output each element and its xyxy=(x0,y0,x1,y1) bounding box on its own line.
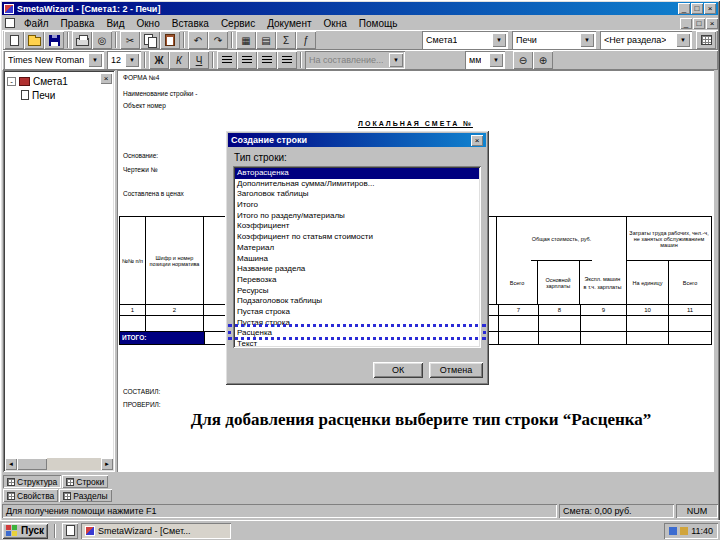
font-combobox-arrow chevron-down-icon[interactable]: ▼ xyxy=(88,53,102,67)
doc-form-label: ФОРМА №4 xyxy=(123,74,159,81)
italic-button[interactable]: К xyxy=(169,51,189,69)
insert-row-button[interactable]: ▦ xyxy=(236,31,256,49)
tray-icon-1[interactable] xyxy=(669,527,677,535)
sections-button[interactable] xyxy=(696,31,716,49)
list-item[interactable]: Перевозка xyxy=(235,275,479,286)
menu-view[interactable]: Вид xyxy=(100,17,130,30)
object-combobox-value: Печи xyxy=(516,35,537,45)
align-right-button[interactable] xyxy=(257,51,277,69)
list-item[interactable]: Коэффициент по статьям стоимости xyxy=(235,232,479,243)
mdi-minimize-button[interactable]: _ xyxy=(680,18,692,29)
mdi-restore-button[interactable]: □ xyxy=(693,18,705,29)
list-item[interactable]: Название раздела xyxy=(235,264,479,275)
redo-button[interactable]: ↷ xyxy=(208,31,228,49)
list-item[interactable]: Авторасценка xyxy=(235,168,479,179)
menu-file[interactable]: Файл xyxy=(18,17,55,30)
paste-button[interactable] xyxy=(160,31,180,49)
bold-button[interactable]: Ж xyxy=(149,51,169,69)
tab-properties[interactable]: Свойства xyxy=(3,489,58,502)
preview-button[interactable]: ◎ xyxy=(92,31,112,49)
tree-close-button close-icon[interactable]: × xyxy=(100,73,112,84)
menu-help[interactable]: Помощь xyxy=(353,17,404,30)
fontsize-combobox-arrow chevron-down-icon[interactable]: ▼ xyxy=(125,53,139,67)
sheet-combobox[interactable]: Смета1 ▼ xyxy=(422,31,508,49)
tab-rows[interactable]: Строки xyxy=(62,475,108,488)
open-button[interactable] xyxy=(24,31,44,49)
recalc-button[interactable]: Σ xyxy=(276,31,296,49)
list-item[interactable]: Ресурсы xyxy=(235,286,479,297)
wizard-button[interactable]: ƒ xyxy=(296,31,316,49)
mdi-close-button[interactable]: × xyxy=(706,18,718,29)
section-combobox-arrow chevron-down-icon[interactable]: ▼ xyxy=(676,33,690,47)
doc-building-label: Наименование стройки - xyxy=(123,90,197,97)
undo-icon: ↶ xyxy=(194,35,202,46)
zoom-in-button[interactable]: ⊕ xyxy=(533,51,553,69)
units-combobox-arrow chevron-down-icon[interactable]: ▼ xyxy=(489,53,503,67)
tree-item-sheet[interactable]: Печи xyxy=(3,88,115,102)
list-item[interactable]: Машина xyxy=(235,254,479,265)
cut-button[interactable]: ✂ xyxy=(120,31,140,49)
menu-window1[interactable]: Окно xyxy=(130,17,165,30)
list-item[interactable]: Материал xyxy=(235,243,479,254)
scrollbar-thumb[interactable] xyxy=(17,458,47,470)
section-combobox[interactable]: <Нет раздела> ▼ xyxy=(600,31,692,49)
font-combobox[interactable]: Times New Roman ▼ xyxy=(4,51,104,69)
start-button[interactable]: Пуск xyxy=(2,523,48,539)
tab-structure[interactable]: Структура xyxy=(3,475,61,488)
maximize-button[interactable]: □ xyxy=(691,3,703,14)
insert-row-icon: ▦ xyxy=(241,35,250,46)
list-item[interactable]: Пустая строка xyxy=(235,307,479,318)
scroll-left-button arrow-left-icon[interactable]: ◄ xyxy=(5,458,17,470)
align-left-button[interactable] xyxy=(217,51,237,69)
menu-edit[interactable]: Правка xyxy=(55,17,101,30)
list-item[interactable]: Пустая строка xyxy=(235,318,479,329)
tree-collapse-icon[interactable]: - xyxy=(7,77,16,86)
units-combobox[interactable]: мм ▼ xyxy=(465,51,505,69)
list-item-rascenka[interactable]: Расценка xyxy=(235,328,479,339)
list-item[interactable]: Подзаголовок таблицы xyxy=(235,296,479,307)
list-item[interactable]: Коэффициент xyxy=(235,221,479,232)
tray-icon-2[interactable] xyxy=(680,527,688,535)
tree-horizontal-scrollbar[interactable]: ◄ ► xyxy=(5,458,113,470)
list-item[interactable]: Дополнительная сумма/Лимитиров... xyxy=(235,179,479,190)
dialog-close-button close-icon[interactable]: × xyxy=(471,135,483,146)
underline-button[interactable]: Ч xyxy=(189,51,209,69)
list-item[interactable]: Текст xyxy=(235,339,479,348)
menu-document[interactable]: Документ xyxy=(261,17,317,30)
itogo-cell[interactable]: ИТОГО: xyxy=(120,332,205,344)
sheet-combobox-arrow chevron-down-icon[interactable]: ▼ xyxy=(492,33,506,47)
doc-basis-label: Основание: xyxy=(123,152,158,159)
quick-launch-button[interactable] xyxy=(62,523,78,539)
align-center-button[interactable] xyxy=(237,51,257,69)
tree-item-estimate[interactable]: - Смета1 xyxy=(3,74,115,88)
save-button[interactable] xyxy=(44,31,64,49)
list-item[interactable]: Итого по разделу/материалы xyxy=(235,211,479,222)
menu-insert[interactable]: Вставка xyxy=(166,17,215,30)
menu-windows[interactable]: Окна xyxy=(318,17,353,30)
fontsize-combobox[interactable]: 12 ▼ xyxy=(107,51,141,69)
scroll-right-button arrow-right-icon[interactable]: ► xyxy=(101,458,113,470)
minimize-button[interactable]: _ xyxy=(678,3,690,14)
object-combobox-arrow chevron-down-icon[interactable]: ▼ xyxy=(580,33,594,47)
row-type-listbox[interactable]: Авторасценка Дополнительная сумма/Лимити… xyxy=(233,166,481,348)
print-button[interactable] xyxy=(72,31,92,49)
list-item[interactable]: Итого xyxy=(235,200,479,211)
copy-button[interactable] xyxy=(140,31,160,49)
zoom-out-button[interactable]: ⊖ xyxy=(513,51,533,69)
mode-combobox-value: На составление... xyxy=(309,55,383,65)
tab-sections[interactable]: Разделы xyxy=(59,489,111,502)
new-button[interactable] xyxy=(4,31,24,49)
undo-button[interactable]: ↶ xyxy=(188,31,208,49)
format-toolbar: Times New Roman ▼ 12 ▼ Ж К Ч На составле… xyxy=(2,50,718,70)
menu-service[interactable]: Сервис xyxy=(215,17,261,30)
ok-button[interactable]: ОК xyxy=(373,362,423,378)
list-item[interactable]: Заголовок таблицы xyxy=(235,189,479,200)
delete-row-button[interactable]: ▤ xyxy=(256,31,276,49)
doc-drawings-label: Чертежи № xyxy=(123,166,158,173)
close-button[interactable]: × xyxy=(704,3,716,14)
cancel-button[interactable]: Отмена xyxy=(429,362,483,378)
task-button-smetawizard[interactable]: SmetaWizard - [Смет... xyxy=(81,523,231,539)
sections-icon xyxy=(63,492,71,500)
object-combobox[interactable]: Печи ▼ xyxy=(512,31,596,49)
align-justify-button[interactable] xyxy=(277,51,297,69)
